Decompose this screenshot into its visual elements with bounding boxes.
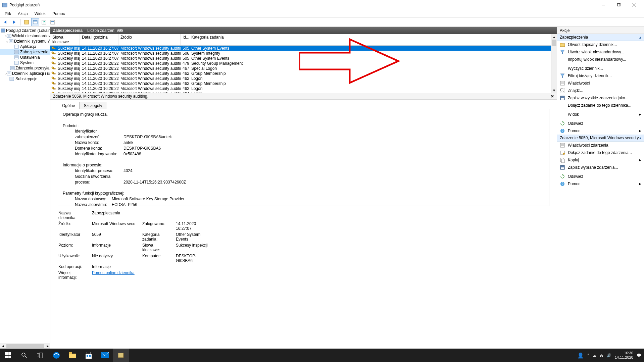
event-row[interactable]: Sukcesy inspekcji14.11.2020 16:27:07Micr…	[50, 51, 551, 56]
tree-item[interactable]: Subskrypcje	[0, 76, 50, 82]
tree-item[interactable]: ⌄Dzienniki systemu Windows	[0, 39, 50, 44]
close-button[interactable]	[627, 0, 642, 10]
store-icon[interactable]	[81, 349, 97, 362]
tree-item[interactable]: Aplikacja	[0, 44, 50, 49]
tree-label: Zabezpieczenia	[20, 50, 48, 54]
event-row[interactable]: Sukcesy inspekcji14.11.2020 16:26:22Micr…	[50, 76, 551, 81]
svg-rect-1	[3, 4, 4, 4]
key-icon	[51, 81, 56, 86]
show-hide-tree-button[interactable]	[22, 18, 31, 26]
action-item[interactable]: Dołącz zadanie do tego dziennika...	[557, 102, 644, 109]
event-row[interactable]: Sukcesy inspekcji14.11.2020 16:27:07Micr…	[50, 56, 551, 61]
tray-network-icon[interactable]: 🖧	[600, 353, 603, 357]
action-item[interactable]: Filtruj bieżący dziennik...	[557, 72, 644, 80]
forward-button[interactable]	[10, 18, 18, 26]
action-item[interactable]: Właściwości	[557, 80, 644, 87]
maximize-button[interactable]	[611, 0, 627, 10]
tray-clock[interactable]: 16:30 14.11.2020	[615, 351, 633, 360]
event-row[interactable]: Sukcesy inspekcji14.11.2020 16:26:22Micr…	[50, 61, 551, 66]
svg-rect-103	[40, 353, 42, 358]
help-button[interactable]	[49, 18, 57, 26]
online-help-link[interactable]: Pomoc online dziennika	[92, 270, 209, 280]
event-row[interactable]: Sukcesy inspekcji14.11.2020 16:26:22Micr…	[50, 71, 551, 76]
tree-item[interactable]: System	[0, 60, 50, 65]
menu-file[interactable]: Plik	[1, 11, 14, 17]
events-vscroll[interactable]: ▴▾	[551, 34, 557, 93]
tree-item[interactable]: Zabezpieczenia	[0, 49, 50, 55]
tree-item[interactable]: Zdarzenia przesyłane dalej	[0, 65, 50, 71]
action-item[interactable]: Utwórz widok niestandardowy...	[557, 48, 644, 56]
tray-volume-icon[interactable]: 🔊	[607, 353, 611, 358]
svg-rect-79	[561, 98, 564, 100]
svg-rect-107	[86, 354, 92, 359]
action-item[interactable]: Zapisz wybrane zdarzenia...	[557, 164, 644, 171]
refresh-button[interactable]: ?	[40, 18, 48, 26]
back-button[interactable]	[1, 18, 9, 26]
key-icon	[51, 51, 56, 56]
tray-chevron-icon[interactable]: ˄	[587, 353, 589, 358]
copy-icon	[560, 157, 565, 163]
menu-help[interactable]: Pomoc	[49, 11, 68, 17]
col-datetime[interactable]: Data i godzina	[80, 34, 118, 45]
tray-notifications-icon[interactable]: 💬	[637, 353, 641, 358]
explorer-icon[interactable]	[64, 349, 81, 362]
event-row[interactable]: Sukcesy inspekcji14.11.2020 16:26:22Micr…	[50, 81, 551, 86]
submenu-icon: ▶	[639, 113, 641, 116]
action-item[interactable]: Dołącz zadanie do tego zdarzenia...	[557, 149, 644, 156]
event-row[interactable]: Sukcesy inspekcji14.11.2020 16:26:22Micr…	[50, 86, 551, 91]
tab-details[interactable]: Szczegóły	[80, 102, 107, 109]
action-label: Widok	[568, 112, 579, 117]
tree-item[interactable]: ›Widoki niestandardowe	[0, 33, 50, 39]
tab-general[interactable]: Ogólne	[58, 102, 80, 109]
action-label: Pomoc	[568, 128, 580, 133]
actions-section-event[interactable]: Zdarzenie 5059, Microsoft Windows securi…	[557, 135, 644, 142]
event-row[interactable]: Sukcesy inspekcji14.11.2020 16:26:22Micr…	[50, 66, 551, 71]
svg-rect-11	[24, 20, 29, 24]
menu-view[interactable]: Widok	[31, 11, 49, 17]
action-label: Odśwież	[568, 121, 583, 126]
nav-tree[interactable]: Podgląd zdarzeń (Lokalny) ›Widoki niesta…	[0, 27, 50, 349]
svg-rect-40	[7, 72, 11, 75]
taskview-button[interactable]	[32, 349, 48, 362]
submenu-icon: ▶	[639, 129, 641, 133]
tree-root[interactable]: Podgląd zdarzeń (Lokalny)	[0, 28, 50, 33]
action-item[interactable]: Odśwież	[557, 120, 644, 127]
action-item[interactable]: Widok▶	[557, 111, 644, 118]
col-keywords[interactable]: Słowa kluczowe	[50, 34, 80, 45]
actions-section-log[interactable]: Zabezpieczenia▴	[557, 34, 644, 41]
tray-people-icon[interactable]: 👤	[577, 352, 584, 359]
folder-open-icon	[560, 42, 565, 47]
action-item[interactable]: Znajdź...	[557, 87, 644, 94]
action-item[interactable]: Właściwości zdarzenia	[557, 142, 644, 149]
action-item[interactable]: Zapisz wszystkie zdarzenia jako...	[557, 94, 644, 102]
detail-close-icon[interactable]: ✕	[551, 94, 554, 99]
col-category[interactable]: Kategoria zadania	[189, 34, 551, 45]
action-item[interactable]: Kopiuj▶	[557, 156, 644, 164]
action-item[interactable]: Wyczyść dziennik...	[557, 65, 644, 72]
tree-hscroll[interactable]: ◂▸	[0, 343, 50, 349]
tree-item[interactable]: ›Dzienniki aplikacji i usług	[0, 71, 50, 76]
mail-icon[interactable]	[97, 349, 113, 362]
action-item[interactable]: ?Pomoc▶	[557, 180, 644, 188]
log-icon	[7, 33, 11, 39]
eventviewer-task-icon[interactable]	[113, 349, 129, 362]
tree-item[interactable]: Ustawienia	[0, 55, 50, 60]
action-item[interactable]: Odśwież	[557, 173, 644, 180]
action-item[interactable]: Otwórz zapisany dziennik...	[557, 41, 644, 48]
event-row[interactable]: Sukcesy inspekcji14.11.2020 16:27:07Micr…	[50, 46, 551, 51]
search-button[interactable]	[16, 349, 32, 362]
minimize-button[interactable]	[596, 0, 611, 10]
tray-onedrive-icon[interactable]: ☁	[593, 353, 596, 358]
col-source[interactable]: Źródło	[118, 34, 181, 45]
edge-icon[interactable]	[48, 349, 64, 362]
start-button[interactable]	[0, 349, 16, 362]
svg-rect-31	[14, 56, 18, 59]
col-id[interactable]: Id...	[181, 34, 189, 45]
properties-button[interactable]	[31, 18, 39, 26]
action-item[interactable]: ?Pomoc▶	[557, 127, 644, 135]
action-item[interactable]: Importuj widok niestandardowy...	[557, 56, 644, 63]
system-tray[interactable]: 👤 ˄ ☁ 🖧 🔊 16:30 14.11.2020 💬	[577, 351, 644, 360]
actions-pane: Akcje Zabezpieczenia▴ Otwórz zapisany dz…	[557, 27, 644, 349]
menu-action[interactable]: Akcja	[14, 11, 31, 17]
svg-point-100	[22, 353, 25, 356]
